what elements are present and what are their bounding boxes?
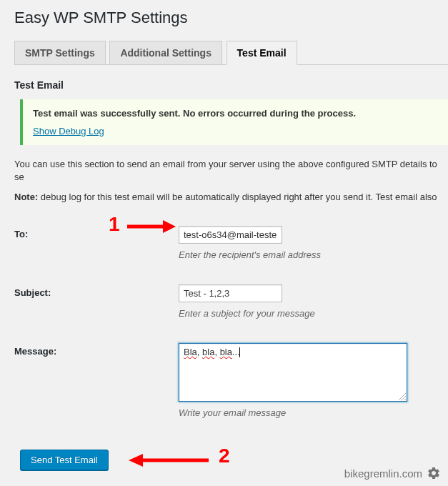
message-textarea[interactable]: Bla, bla, bla...	[179, 343, 407, 402]
arrow-2-icon	[129, 454, 209, 467]
intro-note-line: Note: debug log for this test email will…	[14, 191, 448, 204]
intro-line-1: You can use this section to send an emai…	[14, 158, 448, 184]
svg-marker-3	[129, 454, 143, 467]
message-hint: Write your email message	[179, 407, 448, 418]
svg-marker-1	[163, 220, 176, 233]
resize-handle-icon[interactable]	[399, 393, 406, 400]
gear-icon	[427, 466, 441, 480]
send-test-email-button[interactable]: Send Test Email	[20, 450, 109, 470]
arrow-1-icon	[127, 220, 176, 233]
annotation-2: 2	[219, 445, 230, 467]
watermark: bikegremlin.com	[344, 466, 441, 480]
page-title: Easy WP SMTP Settings	[14, 0, 448, 40]
description-block: You can use this section to send an emai…	[14, 158, 448, 204]
to-input[interactable]	[179, 226, 282, 244]
tab-smtp-settings[interactable]: SMTP Settings	[14, 41, 106, 64]
tab-test-email[interactable]: Test Email	[227, 41, 297, 65]
show-debug-log-link[interactable]: Show Debug Log	[33, 126, 104, 137]
message-label: Message:	[14, 343, 179, 357]
subject-input[interactable]	[179, 284, 282, 302]
tab-bar: SMTP Settings Additional Settings Test E…	[14, 40, 448, 65]
to-hint: Enter the recipient's email address	[179, 249, 448, 260]
success-notice: Test email was successfully sent. No err…	[20, 99, 448, 145]
subject-label: Subject:	[14, 284, 179, 298]
subject-hint: Enter a subject for your message	[179, 308, 448, 319]
section-heading: Test Email	[14, 79, 448, 99]
success-message: Test email was successfully sent. No err…	[33, 108, 438, 119]
tab-additional-settings[interactable]: Additional Settings	[109, 41, 222, 64]
